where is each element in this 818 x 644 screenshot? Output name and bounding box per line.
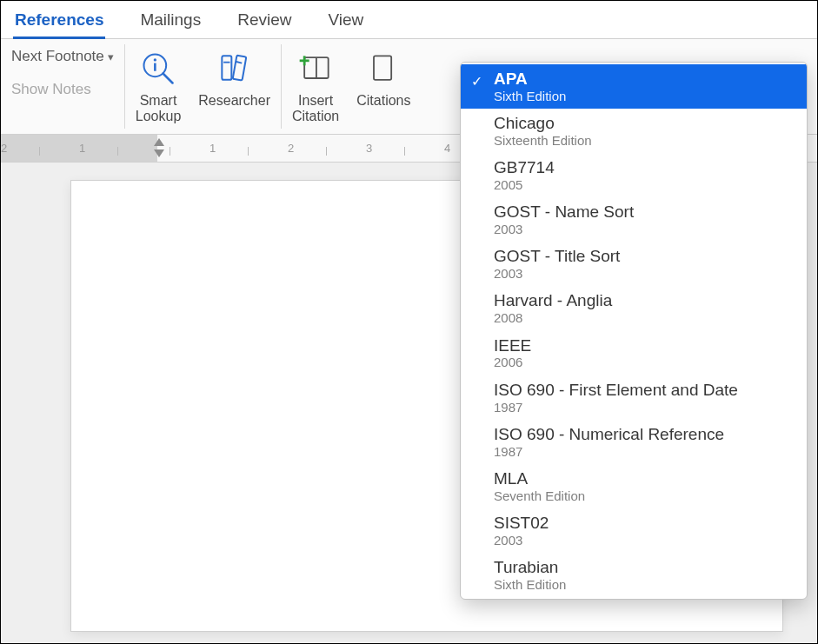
citation-style-edition: 2006 [494,355,795,369]
citation-style-option[interactable]: ✓Harvard - Anglia2008 [461,286,807,330]
group-citations: Insert Citation Citations [282,44,422,129]
citation-style-option[interactable]: ✓GOST - Name Sort2003 [461,197,807,242]
citation-style-edition: 2008 [494,310,795,325]
citation-style-edition: Sixth Edition [494,577,795,592]
citation-style-edition: Sixth Edition [494,89,795,103]
ruler-tick: 3 [366,142,372,155]
chevron-down-icon: ▾ [108,50,114,63]
citations-pane-icon [362,48,404,90]
citation-style-name: GB7714 [494,158,795,177]
citation-style-option[interactable]: ✓GOST - Title Sort2003 [461,242,807,286]
ruler-tick: 2 [1,142,7,155]
next-footnote-dropdown[interactable]: Next Footnote ▾ [11,48,114,65]
citation-style-option[interactable]: ✓ChicagoSixteenth Edition [461,109,807,153]
citation-style-name: MLA [494,469,795,488]
svg-rect-4 [222,56,231,79]
citation-style-name: ISO 690 - First Element and Date [494,381,795,400]
insert-citation-button[interactable]: Insert Citation [292,46,339,125]
next-footnote-label: Next Footnote [11,48,104,65]
citation-style-edition: Seventh Edition [494,488,795,503]
smart-lookup-button[interactable]: Smart Lookup [136,46,182,125]
citation-style-edition: 1987 [494,444,795,459]
citation-style-edition: 2003 [494,222,795,236]
show-notes-button[interactable]: Show Notes [11,81,114,98]
smart-lookup-label: Smart Lookup [136,93,182,125]
researcher-button[interactable]: Researcher [198,46,270,109]
citations-label: Citations [356,93,410,109]
citation-style-edition: Sixteenth Edition [494,133,795,148]
tab-view[interactable]: View [326,3,365,37]
citation-style-option[interactable]: ✓ISO 690 - First Element and Date1987 [461,375,807,420]
books-icon [214,48,256,90]
citation-style-edition: 2005 [494,177,795,192]
citation-style-option[interactable]: ✓MLASeventh Edition [461,464,807,508]
svg-line-7 [236,62,242,63]
citations-button[interactable]: Citations [356,46,410,109]
ruler-tick: 2 [288,142,294,155]
citation-style-option[interactable]: ✓ISO 690 - Numerical Reference1987 [461,420,807,464]
svg-line-1 [163,74,173,83]
svg-point-2 [154,58,156,61]
svg-rect-6 [232,56,246,81]
insert-citation-icon [295,48,336,90]
citation-style-name: IEEE [494,336,795,355]
tab-mailings[interactable]: Mailings [138,3,203,37]
citation-style-edition: 1987 [494,400,795,415]
citation-style-name: Turabian [494,558,795,577]
ruler-tick: 1 [209,142,216,155]
researcher-label: Researcher [198,93,270,109]
citation-style-option[interactable]: ✓APASixth Edition [461,64,807,109]
citation-style-name: Harvard - Anglia [494,291,795,310]
group-research: Smart Lookup Researcher [125,44,282,129]
svg-rect-12 [374,56,391,79]
ruler-tick: 1 [79,142,85,155]
citation-style-name: GOST - Name Sort [494,202,795,222]
insert-citation-label: Insert Citation [292,93,339,125]
citation-style-option[interactable]: ✓IEEE2006 [461,331,807,375]
ribbon-tabs: References Mailings Review View [1,1,817,39]
citation-style-option[interactable]: ✓GB77142005 [461,153,807,197]
citation-style-name: APA [494,70,795,89]
citation-style-edition: 2003 [494,266,795,281]
citation-style-edition: 2003 [494,533,795,548]
show-notes-label: Show Notes [11,81,91,98]
citation-style-name: SIST02 [494,514,795,533]
citation-style-option[interactable]: ✓SIST022003 [461,508,807,553]
svg-rect-3 [154,63,156,71]
citation-style-name: Chicago [494,114,795,133]
magnifier-info-icon [137,48,179,90]
citation-style-dropdown[interactable]: ✓APASixth Edition✓ChicagoSixteenth Editi… [460,62,808,600]
citation-style-name: ISO 690 - Numerical Reference [494,425,795,444]
citation-style-option[interactable]: ✓TurabianSixth Edition [461,553,807,597]
tab-review[interactable]: Review [236,3,293,37]
citation-style-name: GOST - Title Sort [494,247,795,266]
group-footnotes: Next Footnote ▾ Show Notes [1,44,125,129]
tab-references[interactable]: References [13,3,105,39]
ruler-tick: 4 [444,142,450,155]
checkmark-icon: ✓ [471,73,482,90]
